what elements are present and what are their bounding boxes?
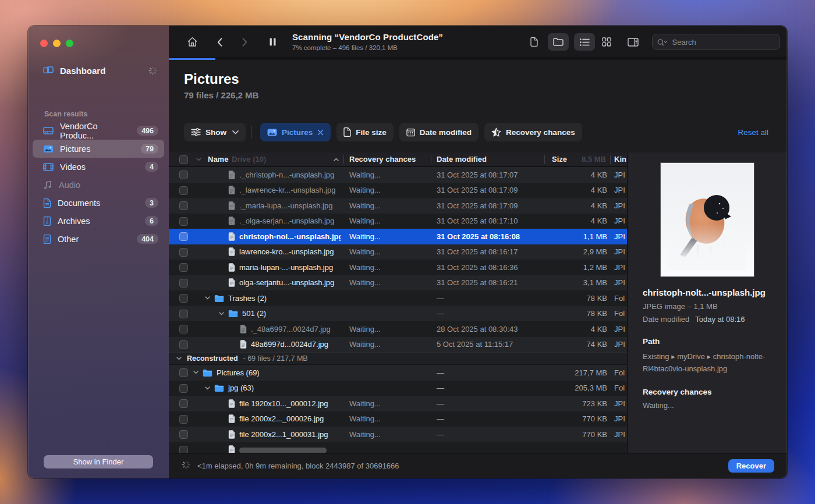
table-row[interactable] [169, 442, 627, 453]
filter-chip-file-size[interactable]: File size [336, 123, 394, 141]
minimize-window-button[interactable] [53, 40, 61, 47]
row-checkbox[interactable] [179, 340, 188, 349]
row-checkbox[interactable] [179, 294, 188, 303]
chevron-down-icon[interactable] [219, 312, 224, 315]
date-modified-cell: — [437, 384, 444, 392]
reset-all-filters-button[interactable]: Reset all [734, 127, 772, 137]
clipped-row-text [239, 448, 327, 453]
sidebar-item-pictures[interactable]: Pictures79 [33, 140, 164, 158]
folder-icon [553, 38, 564, 46]
table-row[interactable]: christoph-nol...-unsplash.jpgWaiting...3… [169, 229, 627, 244]
chevron-down-icon[interactable] [205, 386, 210, 390]
file-icon [228, 414, 235, 423]
filter-chip-date-modified[interactable]: Date modified [399, 123, 479, 141]
row-checkbox[interactable] [179, 368, 188, 377]
row-checkbox[interactable] [179, 248, 188, 257]
screen: Dashboard Scan results VendorCo Produc..… [0, 0, 815, 504]
filter-chip-recovery-chances[interactable]: Recovery chances [484, 123, 582, 141]
list-view-button[interactable] [574, 33, 595, 51]
row-checkbox[interactable] [179, 232, 188, 241]
grid-view-button[interactable] [596, 33, 617, 51]
table-row[interactable]: file 1920x10..._000012.jpgWaiting...—723… [169, 396, 627, 411]
forward-button[interactable] [234, 33, 255, 51]
table-row[interactable]: 48a6997d...0024d7.jpgWaiting...5 Oct 202… [169, 337, 627, 353]
close-window-button[interactable] [40, 40, 48, 47]
row-checkbox[interactable] [179, 263, 188, 272]
chevron-down-icon[interactable] [193, 371, 199, 374]
zoom-window-button[interactable] [66, 40, 73, 47]
row-checkbox[interactable] [179, 310, 188, 318]
table-row[interactable]: ._maria-lupa...-unsplash.jpgWaiting...31… [169, 198, 627, 214]
column-header-size[interactable]: Size [552, 155, 567, 164]
date-modified-cell: — [437, 399, 444, 408]
home-button[interactable] [182, 33, 203, 51]
column-header-date[interactable]: Date modified [437, 155, 487, 164]
table-row[interactable]: jpg (63)—205,3 MBFol [169, 381, 627, 396]
table-row[interactable]: ._48a6997...0024d7.jpgWaiting...28 Oct 2… [169, 321, 627, 337]
chevron-down-icon[interactable] [205, 296, 210, 300]
files-view-button[interactable] [523, 33, 544, 51]
kind-cell: JPI [614, 216, 625, 225]
chevron-down-icon[interactable] [176, 357, 182, 360]
row-checkbox[interactable] [179, 399, 188, 408]
close-icon[interactable] [317, 129, 324, 136]
row-checkbox[interactable] [179, 384, 188, 393]
show-filter-button[interactable]: Show [184, 123, 246, 141]
back-button[interactable] [209, 33, 230, 51]
row-checkbox[interactable] [179, 325, 188, 333]
column-divider[interactable] [343, 155, 344, 164]
column-header-kind[interactable]: Kin [614, 155, 626, 164]
preview-panel-button[interactable] [622, 33, 643, 51]
file-name: 48a6997d...0024d7.jpg [251, 340, 328, 349]
file-name: Pictures (69) [217, 368, 260, 377]
search-input[interactable] [671, 37, 775, 47]
table-row[interactable]: ._christoph-n...-unsplash.jpgWaiting...3… [169, 167, 627, 183]
sidebar-item-vendorco-produc[interactable]: VendorCo Produc...496 [33, 122, 164, 140]
recover-button[interactable]: Recover [728, 459, 774, 473]
show-in-finder-button[interactable]: Show in Finder [44, 455, 153, 468]
column-divider[interactable] [431, 155, 431, 164]
pause-scan-button[interactable] [262, 33, 283, 51]
row-checkbox[interactable] [179, 171, 188, 179]
table-row[interactable]: olga-serjantu...-unsplash.jpgWaiting...3… [169, 275, 627, 291]
table-row[interactable]: 501 (2)—78 KBFol [169, 306, 627, 322]
row-checkbox[interactable] [179, 201, 188, 210]
table-row[interactable]: Pictures (69)—217,7 MBFol [169, 365, 627, 381]
name-cell: ._maria-lupa...-unsplash.jpg [228, 198, 341, 214]
sidebar-item-archives[interactable]: Archives6 [33, 212, 164, 230]
table-row[interactable]: Trashes (2)—78 KBFol [169, 290, 627, 306]
table-row[interactable]: ._olga-serjan...-unsplash.jpgWaiting...3… [169, 214, 627, 229]
row-checkbox[interactable] [179, 430, 188, 439]
folders-view-button[interactable] [548, 33, 569, 51]
name-cell: christoph-nol...-unsplash.jpg [228, 229, 341, 244]
table-row[interactable]: file 2000x2...1_000031.jpgWaiting...—770… [169, 427, 627, 442]
sidebar-item-dashboard[interactable]: Dashboard [33, 62, 164, 80]
page-title: Pictures [184, 71, 239, 87]
file-name: ._48a6997...0024d7.jpg [251, 325, 331, 333]
column-header-recovery[interactable]: Recovery chances [349, 155, 416, 164]
column-divider[interactable] [610, 155, 611, 164]
select-all-checkbox[interactable] [179, 155, 188, 164]
row-checkbox[interactable] [179, 186, 188, 195]
sidebar-item-audio[interactable]: Audio [33, 176, 164, 194]
search-field[interactable] [652, 34, 780, 50]
group-header-row[interactable]: Reconstructed- 69 files / 217,7 MB [169, 352, 627, 365]
chevron-left-icon [217, 38, 222, 47]
row-checkbox[interactable] [179, 446, 188, 453]
table-row[interactable]: file 2000x2..._000026.jpgWaiting...—770 … [169, 411, 627, 427]
row-checkbox[interactable] [179, 279, 188, 288]
row-checkbox[interactable] [179, 217, 188, 226]
table-row[interactable]: ._lawrence-kr...-unsplash.jpgWaiting...3… [169, 183, 627, 198]
details-kind-size: JPEG image – 1,1 MB [643, 302, 772, 311]
table-row[interactable]: lawrence-kro...-unsplash.jpgWaiting...31… [169, 244, 627, 260]
table-row[interactable]: maria-lupan-...-unsplash.jpgWaiting...31… [169, 260, 627, 275]
row-checkbox[interactable] [179, 415, 188, 424]
sidebar-item-videos[interactable]: Videos4 [33, 158, 164, 176]
videos-icon [43, 163, 54, 171]
column-header-name[interactable]: Name [208, 155, 228, 164]
column-divider[interactable] [544, 155, 545, 164]
sidebar-item-documents[interactable]: Documents3 [33, 194, 164, 212]
filter-chip-pictures[interactable]: Pictures [260, 123, 331, 141]
file-icon [228, 247, 235, 256]
sidebar-item-other[interactable]: Other404 [33, 230, 164, 248]
